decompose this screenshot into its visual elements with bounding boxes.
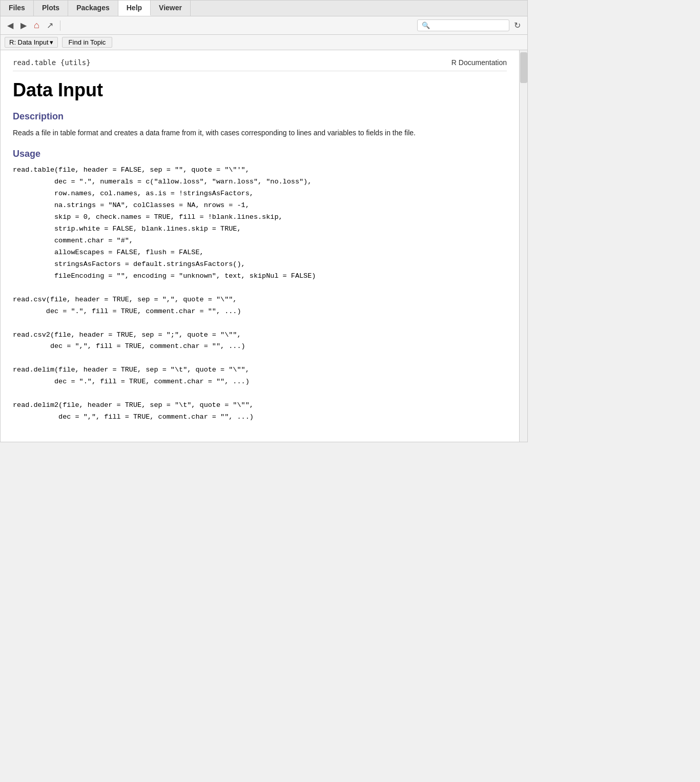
tab-viewer[interactable]: Viewer <box>151 1 191 16</box>
breadcrumb-label: R: Data Input <box>9 38 49 46</box>
doc-source: R Documentation <box>451 58 507 67</box>
tab-help[interactable]: Help <box>118 1 151 16</box>
address-bar: R: Data Input ▾ Find in Topic <box>1 35 527 50</box>
back-button[interactable]: ◀ <box>5 19 16 32</box>
breadcrumb-arrow-icon: ▾ <box>50 38 53 46</box>
forward-button[interactable]: ▶ <box>18 19 29 32</box>
bookmark-icon: ↗ <box>47 20 53 30</box>
doc-title: Data Input <box>13 79 507 101</box>
search-input[interactable] <box>432 22 504 29</box>
doc-package: read.table {utils} <box>13 58 91 67</box>
doc-divider <box>13 71 507 71</box>
toolbar: ◀ ▶ ⌂ ↗ 🔍 ↻ <box>1 16 527 35</box>
forward-icon: ▶ <box>20 20 27 30</box>
search-icon: 🔍 <box>422 22 430 29</box>
find-in-topic-button[interactable]: Find in Topic <box>62 37 113 48</box>
refresh-icon: ↻ <box>514 21 521 30</box>
home-button[interactable]: ⌂ <box>31 18 42 32</box>
content-wrapper: read.table {utils} R Documentation Data … <box>1 50 527 442</box>
content-area: read.table {utils} R Documentation Data … <box>1 50 519 442</box>
usage-code: read.table(file, header = FALSE, sep = "… <box>13 164 507 423</box>
tab-plots[interactable]: Plots <box>34 1 68 16</box>
tab-files[interactable]: Files <box>1 1 34 16</box>
toolbar-divider <box>60 20 60 31</box>
home-icon: ⌂ <box>34 20 39 31</box>
breadcrumb-button[interactable]: R: Data Input ▾ <box>5 37 58 48</box>
doc-header: read.table {utils} R Documentation <box>13 58 507 67</box>
usage-heading: Usage <box>13 149 507 159</box>
back-icon: ◀ <box>7 20 13 30</box>
description-text: Reads a file in table format and creates… <box>13 127 507 138</box>
tab-bar: Files Plots Packages Help Viewer <box>1 1 527 16</box>
search-box[interactable]: 🔍 <box>417 19 509 31</box>
refresh-button[interactable]: ↻ <box>511 19 523 32</box>
bookmark-button[interactable]: ↗ <box>44 19 56 32</box>
description-heading: Description <box>13 111 507 122</box>
scrollbar-track[interactable] <box>519 50 527 442</box>
scrollbar-thumb[interactable] <box>520 52 527 83</box>
tab-packages[interactable]: Packages <box>68 1 118 16</box>
